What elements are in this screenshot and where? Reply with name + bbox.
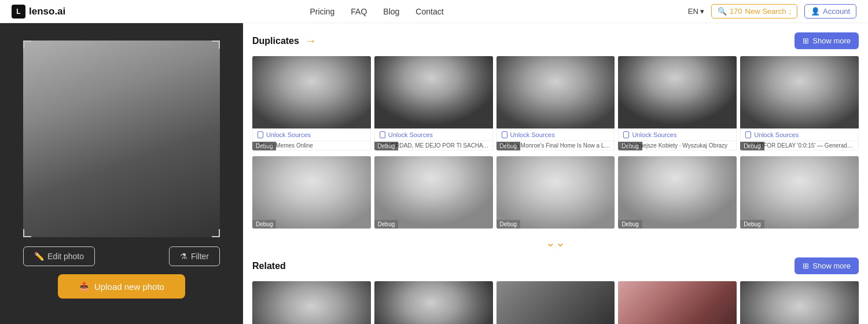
duplicates-grid-row2: Debug Debug Debug Debug Debug <box>252 156 859 229</box>
account-button[interactable]: 👤 Account <box>804 4 856 19</box>
header: L lenso.ai Pricing FAQ Blog Contact EN ▾… <box>0 0 868 23</box>
debug-badge-5: Debug <box>740 142 764 150</box>
sidebar: ✏️ Edit photo ⚗ Filter 📤 Upload new phot… <box>0 23 243 324</box>
unlock-label-1: Unlock Sources <box>266 131 311 138</box>
nav-contact[interactable]: Contact <box>415 7 443 16</box>
arrow-right-icon: → <box>305 34 317 47</box>
new-search-count: 170 <box>730 7 742 16</box>
search-icon: 🔍 <box>718 7 727 16</box>
unlock-bar-4[interactable]: Unlock Sources <box>618 128 737 141</box>
logo-text: lenso.ai <box>29 6 65 17</box>
chevron-down-icon: ▾ <box>700 7 704 16</box>
unlock-label-5: Unlock Sources <box>754 131 799 138</box>
related-title: Related <box>252 261 286 271</box>
duplicate-item-4[interactable]: Debug Unlock Sources Najladniejsze Kobie… <box>618 56 737 150</box>
dup2-photo-5 <box>740 156 859 229</box>
debug-badge-1: Debug <box>252 142 276 150</box>
duplicate-item-5[interactable]: Debug Unlock Sources 1 WAITFOR DELAY '0:… <box>740 56 859 150</box>
related-grid: Debug <box>252 281 859 324</box>
debug-badge-4: Debug <box>618 142 642 150</box>
related-photo-4 <box>618 281 737 324</box>
duplicate-item-1[interactable]: Debug Unlock Sources · Crear Memes Onlin… <box>252 56 371 150</box>
unlock-bar-5[interactable]: Unlock Sources <box>740 128 859 141</box>
duplicate-item-2[interactable]: Debug Unlock Sources ES VERDAD, ME DEJO … <box>374 56 493 150</box>
lock-icon-3 <box>502 131 507 138</box>
unlock-bar-3[interactable]: Unlock Sources <box>496 128 615 141</box>
dup2-photo-3 <box>496 156 615 229</box>
lock-icon-4 <box>623 131 629 138</box>
new-search-button[interactable]: 🔍 170 New Search ; <box>711 4 797 19</box>
filter-button[interactable]: ⚗ Filter <box>169 246 220 266</box>
duplicate-item-9[interactable]: Debug <box>618 156 737 229</box>
duplicates-show-more-button[interactable]: ⊞ Show more <box>795 32 859 49</box>
logo[interactable]: L lenso.ai <box>12 5 65 19</box>
semicolon-decoration: ; <box>789 7 791 16</box>
account-label: Account <box>823 7 850 16</box>
layout: ✏️ Edit photo ⚗ Filter 📤 Upload new phot… <box>0 23 868 324</box>
related-item-1[interactable] <box>252 281 371 324</box>
duplicate-photo-4 <box>618 56 737 128</box>
lock-icon-2 <box>380 131 385 138</box>
photo-background <box>23 41 220 237</box>
related-item-4[interactable] <box>618 281 737 324</box>
duplicate-item-3[interactable]: Debug Unlock Sources Marilyn Monroe's Fi… <box>496 56 615 150</box>
related-item-5[interactable] <box>740 281 859 324</box>
nav: Pricing FAQ Blog Contact <box>310 7 444 16</box>
duplicates-section: Duplicates → ⊞ Show more Debug Unlock So… <box>252 32 859 253</box>
duplicates-grid-row1: Debug Unlock Sources · Crear Memes Onlin… <box>252 56 859 150</box>
corner-tr <box>212 41 220 49</box>
nav-blog[interactable]: Blog <box>383 7 399 16</box>
sidebar-actions: ✏️ Edit photo ⚗ Filter <box>23 246 220 266</box>
duplicates-title: Duplicates <box>252 36 299 46</box>
lock-icon-1 <box>258 131 263 138</box>
chevron-down-icon[interactable]: ⌄⌄ <box>546 237 565 248</box>
debug-badge-3: Debug <box>496 142 520 150</box>
main-content: Duplicates → ⊞ Show more Debug Unlock So… <box>243 23 868 324</box>
related-header: Related ⊞ Show more <box>252 257 859 274</box>
duplicate-item-6[interactable]: Debug <box>252 156 371 229</box>
new-search-label: New Search <box>745 7 786 16</box>
corner-br <box>212 229 220 237</box>
corner-bl <box>23 229 31 237</box>
edit-photo-button[interactable]: ✏️ Edit photo <box>23 246 95 266</box>
corner-tl <box>23 41 31 49</box>
upload-icon: 📤 <box>79 281 90 292</box>
expand-row: ⌄⌄ <box>252 234 859 253</box>
dup2-debug-1: Debug <box>252 220 276 229</box>
expand-icon-2: ⊞ <box>803 262 809 270</box>
unlock-label-2: Unlock Sources <box>388 131 433 138</box>
unlock-bar-1[interactable]: Unlock Sources <box>252 128 371 141</box>
duplicates-title-row: Duplicates → <box>252 34 317 47</box>
related-item-3[interactable]: Debug <box>496 281 615 324</box>
nav-pricing[interactable]: Pricing <box>310 7 335 16</box>
lock-icon-5 <box>745 131 751 138</box>
filter-label: Filter <box>191 252 209 261</box>
duplicate-photo-3 <box>496 56 615 128</box>
related-show-more-label: Show more <box>812 262 851 270</box>
unlock-label-3: Unlock Sources <box>510 131 555 138</box>
unlock-bar-2[interactable]: Unlock Sources <box>374 128 493 141</box>
duplicate-item-10[interactable]: Debug <box>740 156 859 229</box>
dup2-debug-4: Debug <box>618 220 642 229</box>
header-right: EN ▾ 🔍 170 New Search ; 👤 Account <box>688 4 856 19</box>
debug-badge-2: Debug <box>374 142 398 150</box>
dup2-debug-3: Debug <box>496 220 520 229</box>
related-item-2[interactable] <box>374 281 493 324</box>
upload-new-photo-button[interactable]: 📤 Upload new photo <box>58 274 185 299</box>
nav-faq[interactable]: FAQ <box>351 7 367 16</box>
upload-label: Upload new photo <box>94 282 164 292</box>
dup2-photo-2 <box>374 156 493 229</box>
expand-icon: ⊞ <box>803 36 809 45</box>
duplicates-header: Duplicates → ⊞ Show more <box>252 32 859 49</box>
lang-selector[interactable]: EN ▾ <box>688 7 704 16</box>
duplicate-item-8[interactable]: Debug <box>496 156 615 229</box>
duplicate-item-7[interactable]: Debug <box>374 156 493 229</box>
user-icon: 👤 <box>811 7 820 16</box>
related-photo-1 <box>252 281 371 324</box>
related-section: Related ⊞ Show more Debug <box>252 257 859 324</box>
duplicate-photo-1 <box>252 56 371 128</box>
related-show-more-button[interactable]: ⊞ Show more <box>795 257 859 274</box>
related-photo-5 <box>740 281 859 324</box>
uploaded-image <box>23 41 220 237</box>
dup2-debug-5: Debug <box>740 220 764 229</box>
